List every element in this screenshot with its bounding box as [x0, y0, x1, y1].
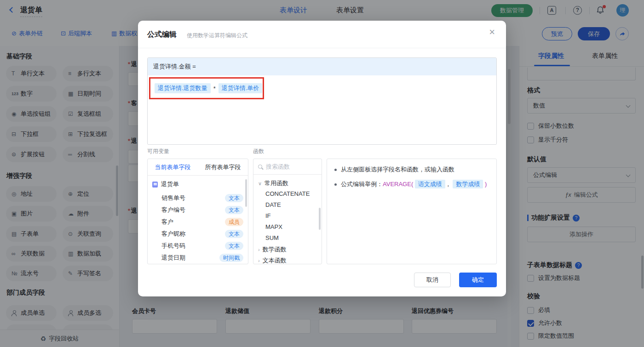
variables-tree-root[interactable]: 退货单: [152, 180, 179, 188]
tip-example-line: 公式编辑举例：AVERAGE( 语文成绩， 数学成绩 ): [334, 179, 489, 189]
search-placeholder: 搜索函数: [266, 163, 290, 171]
formula-field-chip[interactable]: 退货详情.单价: [218, 83, 263, 93]
divider: [138, 48, 506, 48]
function-item[interactable]: DATE: [265, 201, 281, 208]
example-field-chip: 语文成绩: [415, 180, 445, 188]
modal-subtitle: 使用数学运算符编辑公式: [187, 32, 247, 40]
function-item[interactable]: MAPX: [265, 223, 282, 230]
type-badge: 文本: [225, 194, 243, 202]
formula-editor[interactable]: 退货详情.金额 = 退货详情.退货数量 * 退货详情.单价: [147, 57, 497, 145]
function-item[interactable]: SUM: [265, 234, 279, 241]
variable-row[interactable]: 销售单号文本: [161, 192, 243, 204]
formula-operator: *: [213, 85, 216, 92]
variable-row[interactable]: 客户编号文本: [161, 204, 243, 216]
search-icon: [258, 165, 262, 169]
formula-target: 退货详情.金额 =: [148, 58, 496, 75]
confirm-button[interactable]: 确定: [459, 273, 497, 287]
chevron-right-icon: ›: [258, 247, 260, 252]
function-item[interactable]: CONCATENATE: [265, 190, 310, 197]
bullet-icon: [334, 169, 337, 171]
tab-all-form-fields[interactable]: 所有表单字段: [198, 159, 248, 175]
example-field-chip: 数学成绩: [453, 180, 483, 188]
variable-row[interactable]: 手机号码文本: [161, 240, 243, 252]
function-group-text[interactable]: ›文本函数: [258, 256, 287, 264]
bullet-icon: [334, 183, 337, 186]
type-badge: 时间戳: [219, 254, 243, 262]
formula-editor-modal: 公式编辑 使用数学运算符编辑公式 × 退货详情.金额 = 退货详情.退货数量 *…: [138, 21, 506, 296]
chevron-right-icon: ›: [258, 258, 260, 263]
functions-scrollbar[interactable]: [319, 208, 321, 230]
close-icon[interactable]: ×: [489, 27, 495, 37]
variables-tabs: 当前表单字段 所有表单字段: [148, 159, 248, 176]
annotation-highlight-box: 退货详情.退货数量 * 退货详情.单价: [149, 77, 264, 99]
tips-panel: 从左侧面板选择字段名和函数，或输入函数 公式编辑举例：AVERAGE( 语文成绩…: [327, 159, 497, 264]
type-badge: 成员: [225, 218, 243, 226]
type-badge: 文本: [225, 230, 243, 238]
cancel-button[interactable]: 取消: [414, 273, 451, 287]
chevron-down-icon: ∨: [258, 181, 262, 186]
variables-scrollbar[interactable]: [245, 179, 247, 207]
tab-current-form-fields[interactable]: 当前表单字段: [148, 159, 198, 175]
function-item[interactable]: IF: [265, 212, 271, 219]
type-badge: 文本: [225, 206, 243, 214]
type-badge: 文本: [225, 242, 243, 250]
tip-line: 从左侧面板选择字段名和函数，或输入函数: [334, 165, 489, 175]
formula-field-chip[interactable]: 退货详情.退货数量: [155, 83, 211, 93]
variables-section-label: 可用变量: [147, 148, 169, 155]
function-group-math[interactable]: ›数学函数: [258, 245, 287, 254]
form-doc-icon: [152, 182, 158, 188]
functions-panel: 搜索函数 ∨常用函数 CONCATENATE DATE IF MAPX SUM …: [253, 159, 322, 264]
function-search[interactable]: 搜索函数: [253, 159, 322, 175]
modal-title: 公式编辑: [147, 30, 177, 40]
variable-row[interactable]: 客户成员: [161, 216, 243, 228]
variable-row[interactable]: 退货日期时间戳: [161, 252, 243, 264]
variables-panel: 当前表单字段 所有表单字段 退货单 销售单号文本 客户编号文本 客户成员 客户昵…: [147, 159, 248, 264]
variable-row[interactable]: 客户昵称文本: [161, 228, 243, 240]
functions-section-label: 函数: [253, 148, 264, 155]
function-group-common[interactable]: ∨常用函数: [258, 179, 288, 188]
